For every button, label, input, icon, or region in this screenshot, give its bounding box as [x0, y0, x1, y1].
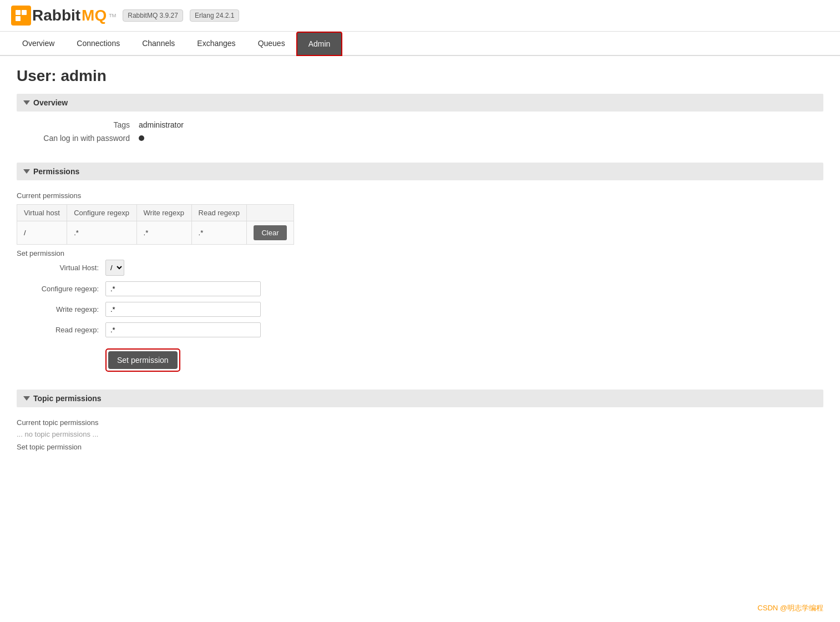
cell-read: .*: [191, 221, 247, 245]
set-permission-label: Set permission: [17, 249, 823, 257]
permissions-section-title: Permissions: [33, 167, 79, 176]
header: RabbitMQTM RabbitMQ 3.9.27 Erlang 24.2.1: [0, 0, 840, 32]
vhost-row: Virtual Host: /: [17, 260, 823, 276]
read-label: Read regexp:: [17, 326, 105, 334]
write-regexp-row: Write regexp:: [17, 302, 823, 317]
configure-label: Configure regexp:: [17, 285, 105, 293]
set-topic-permission-label: Set topic permission: [17, 443, 823, 451]
tags-row: Tags administrator: [17, 118, 823, 132]
nav-queues[interactable]: Queues: [247, 32, 296, 55]
nav-overview[interactable]: Overview: [11, 32, 65, 55]
write-label: Write regexp:: [17, 305, 105, 313]
permissions-table-wrap: Virtual host Configure regexp Write rege…: [17, 204, 823, 245]
svg-rect-0: [16, 10, 21, 15]
tags-label: Tags: [17, 120, 139, 129]
table-row: / .* .* .* Clear: [17, 221, 294, 245]
col-action: [247, 205, 294, 221]
logo-mq-text: MQ: [82, 7, 107, 24]
topic-permissions-title: Topic permissions: [33, 394, 102, 403]
current-topic-label: Current topic permissions: [17, 418, 823, 427]
topic-permissions-section: Topic permissions Current topic permissi…: [17, 390, 823, 460]
login-dot-indicator: [139, 135, 144, 141]
overview-content: Tags administrator Can log in with passw…: [17, 112, 823, 151]
vhost-label: Virtual Host:: [17, 264, 105, 272]
vhost-select[interactable]: /: [105, 260, 124, 276]
no-topic-items: ... no topic permissions ...: [17, 430, 823, 438]
set-permission-button[interactable]: Set permission: [108, 351, 178, 369]
nav-connections[interactable]: Connections: [65, 32, 131, 55]
permissions-content: Current permissions Virtual host Configu…: [17, 180, 823, 378]
permissions-section: Permissions Current permissions Virtual …: [17, 163, 823, 378]
logo-tm: TM: [109, 13, 116, 18]
cell-configure: .*: [67, 221, 136, 245]
logo-rabbit-text: Rabbit: [32, 7, 80, 24]
configure-input[interactable]: [105, 281, 261, 296]
logo: RabbitMQTM: [11, 6, 116, 26]
write-input[interactable]: [105, 302, 261, 317]
nav-channels[interactable]: Channels: [131, 32, 186, 55]
col-write: Write regexp: [136, 205, 191, 221]
page-title: User: admin: [17, 67, 823, 85]
col-configure: Configure regexp: [67, 205, 136, 221]
clear-button[interactable]: Clear: [254, 225, 286, 240]
overview-collapse-icon: [23, 100, 30, 105]
overview-section-header[interactable]: Overview: [17, 94, 823, 112]
tags-value: administrator: [139, 120, 184, 129]
read-input[interactable]: [105, 322, 261, 337]
nav-admin[interactable]: Admin: [296, 32, 343, 56]
logo-icon: [11, 6, 31, 26]
col-vhost: Virtual host: [17, 205, 67, 221]
login-label: Can log in with password: [17, 134, 139, 143]
permissions-collapse-icon: [23, 169, 30, 174]
page-content: User: admin Overview Tags administrator …: [0, 56, 840, 482]
page-title-prefix: User:: [17, 67, 57, 84]
svg-rect-1: [22, 10, 27, 15]
topic-permissions-section-header[interactable]: Topic permissions: [17, 390, 823, 407]
col-read: Read regexp: [191, 205, 247, 221]
cell-action: Clear: [247, 221, 294, 245]
cell-vhost: /: [17, 221, 67, 245]
configure-regexp-row: Configure regexp:: [17, 281, 823, 296]
topic-collapse-icon: [23, 396, 30, 401]
permissions-table: Virtual host Configure regexp Write rege…: [17, 204, 294, 245]
current-permissions-label: Current permissions: [17, 191, 823, 200]
overview-section: Overview Tags administrator Can log in w…: [17, 94, 823, 151]
svg-rect-2: [16, 16, 21, 21]
main-nav: Overview Connections Channels Exchanges …: [0, 32, 840, 56]
login-dot: [139, 134, 144, 143]
cell-write: .*: [136, 221, 191, 245]
permissions-section-header[interactable]: Permissions: [17, 163, 823, 180]
rabbitmq-version-badge: RabbitMQ 3.9.27: [123, 9, 183, 22]
erlang-version-badge: Erlang 24.2.1: [190, 9, 239, 22]
nav-exchanges[interactable]: Exchanges: [186, 32, 246, 55]
read-regexp-row: Read regexp:: [17, 322, 823, 337]
set-permission-btn-outline: Set permission: [105, 348, 180, 372]
page-title-name: admin: [60, 67, 106, 84]
overview-section-title: Overview: [33, 98, 68, 107]
login-row: Can log in with password: [17, 132, 823, 145]
topic-permissions-content: Current topic permissions ... no topic p…: [17, 407, 823, 460]
